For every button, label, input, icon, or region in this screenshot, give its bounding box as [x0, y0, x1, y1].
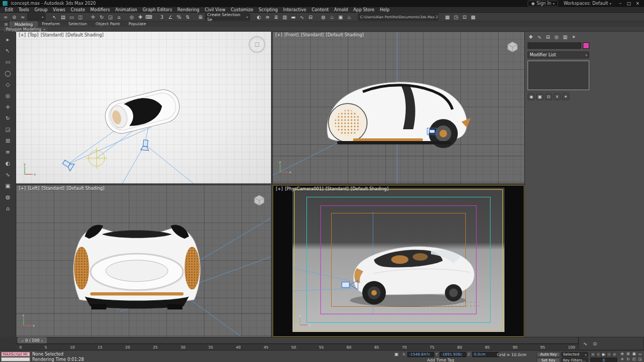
viewport-renderer-menu[interactable]: [Standard] [41, 186, 64, 191]
select-and-link-button[interactable]: ∞ [2, 13, 10, 21]
open-mini-curve-editor-button[interactable]: ∿ [581, 340, 589, 348]
viewport-layout-tab[interactable]: ▸ [2, 34, 14, 45]
snaps-toggle-3d[interactable]: 3 [158, 13, 166, 21]
left-tool-move[interactable]: ✛ [2, 101, 14, 112]
field-of-view-button[interactable]: ◰ [631, 357, 637, 362]
menu-item[interactable]: Modifiers [87, 8, 113, 12]
go-to-start-button[interactable]: « [590, 352, 596, 357]
viewport-pov-menu[interactable]: [PhysCamera001] [285, 187, 324, 191]
window-crossing-button[interactable]: ◫ [76, 13, 84, 21]
material-editor-button[interactable]: ◍ [319, 13, 327, 21]
panel-tab-modify[interactable]: ∿ [536, 33, 543, 40]
object-name-field[interactable] [528, 42, 581, 49]
next-frame-button[interactable]: › [606, 352, 612, 357]
viewport-shading-menu[interactable]: [Default Shading] [67, 186, 105, 191]
zoom-region-button[interactable]: ▭ [637, 351, 643, 357]
viewport-shading-menu[interactable]: [Default Shading] [350, 187, 389, 191]
left-tool-pivot[interactable]: ◎ [2, 90, 14, 101]
left-tool-home[interactable]: ⌂ [2, 203, 14, 213]
menu-item[interactable]: Civil View [202, 8, 228, 12]
viewport-top[interactable]: [+] [Top] [Standard] [Default Shading] [16, 32, 271, 183]
left-tool-rectangle[interactable]: ▭ [2, 56, 14, 67]
left-tool-shape[interactable]: ◇ [2, 79, 14, 90]
left-tool-select[interactable]: ↖ [2, 45, 14, 56]
toolbar-extra-button-4[interactable]: ▩ [469, 13, 477, 21]
auto-key-button[interactable]: Auto Key [537, 352, 560, 357]
menu-item[interactable]: Customize [228, 8, 256, 12]
left-tool-align[interactable]: ≡ [2, 146, 14, 157]
menu-item[interactable]: Rendering [175, 8, 202, 12]
polygon-modeling-dropdown[interactable]: Polygon Modeling ▾ [3, 27, 48, 32]
modifier-list-dropdown[interactable]: Modifier List ▾ [528, 51, 589, 58]
viewport-shading-menu[interactable]: [Default Shading] [326, 33, 364, 38]
maxscript-listener-line[interactable] [1, 357, 30, 361]
viewport-renderer-menu[interactable]: [Standard] [301, 33, 324, 38]
zoom-extents-button[interactable]: ▣ [631, 351, 637, 357]
viewport-shading-menu[interactable]: [Default Shading] [65, 33, 104, 38]
coord-z-field[interactable]: 0.0cm [472, 352, 499, 357]
ribbon-tab-selection[interactable]: Selection [64, 21, 92, 27]
remove-modifier-button[interactable]: × [553, 93, 561, 100]
left-tool-rotate[interactable]: ↻ [2, 113, 14, 123]
viewcube[interactable] [253, 194, 266, 208]
viewcube[interactable] [506, 40, 519, 54]
add-time-tag[interactable]: Add Time Tag [427, 358, 454, 362]
coord-y-field[interactable]: -1691.926c [440, 352, 466, 357]
toggle-scene-explorer-button[interactable]: ≣ [272, 13, 280, 21]
time-slider[interactable]: ◂ 0 / 100 ▸ [16, 337, 579, 344]
left-tool-grid[interactable]: ⊞ [2, 135, 14, 146]
menu-item[interactable]: Tools [16, 8, 32, 12]
selection-lock-toggle[interactable]: ▣ [394, 352, 401, 357]
ribbon-tab-modeling[interactable]: Modeling [10, 21, 38, 27]
modifier-stack[interactable] [528, 61, 589, 90]
select-and-rotate-button[interactable]: ↻ [98, 13, 106, 21]
ribbon-tab-freeform[interactable]: Freeform [38, 21, 64, 27]
select-and-scale-button[interactable]: ◲ [106, 13, 114, 21]
viewport-splitter-horizontal[interactable] [16, 183, 524, 185]
make-unique-button[interactable]: ⊡ [545, 93, 552, 100]
toolbar-extra-button-3[interactable]: ⊡ [460, 13, 469, 21]
edit-named-selection-sets-button[interactable]: ⊞ [196, 13, 204, 21]
menu-item[interactable]: Scripting [256, 8, 281, 12]
bind-to-space-warp-button[interactable]: ≈ [19, 13, 27, 21]
toolbar-extra-button-2[interactable]: ◳ [452, 13, 460, 21]
project-folder-field[interactable]: C:\Users\Alan Portilho\Documents\3ds Max… [358, 13, 438, 20]
show-end-result-button[interactable]: ▣ [536, 93, 544, 100]
left-tool-material[interactable]: ◍ [2, 191, 14, 202]
schematic-view-button[interactable]: ⊟ [306, 13, 314, 21]
select-and-place-button[interactable]: ⌂ [115, 13, 123, 21]
coord-x-field[interactable]: -1548.647c [407, 352, 434, 357]
menu-item[interactable]: Animation [113, 8, 140, 12]
rendered-frame-window-button[interactable]: ▣ [336, 13, 345, 21]
use-pivot-point-button[interactable]: ◎ [128, 13, 136, 21]
previous-frame-button[interactable]: ‹ [596, 352, 601, 357]
left-tool-frame[interactable]: ▣ [2, 180, 14, 191]
key-set-combo[interactable]: Selected▾ [561, 352, 588, 357]
toggle-ribbon-button[interactable]: ▬ [289, 13, 297, 21]
maximize-viewport-button[interactable]: ◲ [637, 357, 643, 362]
zoom-button[interactable]: ⊕ [619, 351, 625, 357]
select-and-manipulate-button[interactable]: ✚ [136, 13, 144, 21]
configure-modifier-sets-button[interactable]: ✶ [562, 93, 569, 100]
menu-item[interactable]: Create [68, 8, 88, 12]
align-button[interactable]: ≡ [264, 13, 272, 21]
object-color-swatch[interactable] [583, 42, 589, 49]
menu-item[interactable]: Group [32, 8, 50, 12]
go-to-end-button[interactable]: » [612, 352, 617, 357]
menu-item[interactable]: Content [309, 8, 332, 12]
next-frame-arrow-icon[interactable]: ▸ [41, 338, 43, 342]
viewport-plus-menu[interactable]: [+] [275, 33, 282, 38]
close-button[interactable]: × [634, 1, 641, 6]
menu-item[interactable]: Arnold [331, 8, 350, 12]
pan-button[interactable]: ✛ [619, 357, 625, 362]
previous-frame-arrow-icon[interactable]: ◂ [21, 338, 23, 342]
ribbon-tab-populate[interactable]: Populate [124, 21, 150, 27]
keyboard-override-toggle[interactable]: ⌨ [145, 13, 153, 21]
panel-tab-create[interactable]: ✚ [527, 33, 535, 40]
viewport-left[interactable]: [+] [Left] [Standard] [Default Shading] [16, 185, 271, 337]
menu-item[interactable]: Interactive [281, 8, 309, 12]
viewport-plus-menu[interactable]: [+] [276, 187, 283, 191]
percent-snap-toggle[interactable]: % [175, 13, 183, 21]
panel-tab-hierarchy[interactable]: ⊟ [544, 33, 552, 40]
orbit-button[interactable]: ↻ [625, 357, 631, 362]
